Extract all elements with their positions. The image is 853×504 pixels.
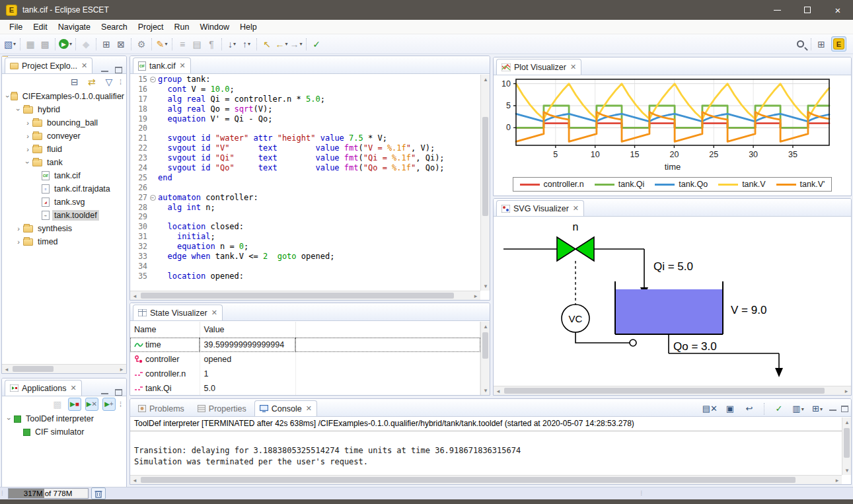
tree-item-bouncing-ball[interactable]: ›bouncing_ball xyxy=(2,116,126,129)
console-output[interactable]: Transition: delaying for 3.1883805325514… xyxy=(130,431,851,470)
scroll-up-icon[interactable]: ▴ xyxy=(481,322,490,331)
open-type-button[interactable]: ▤ xyxy=(190,37,204,52)
terminate-application-button[interactable]: ▶■ xyxy=(68,398,81,411)
code-editor[interactable]: 15−group tank:16 cont V = 10.0;17 alg re… xyxy=(130,75,480,291)
svg-hscrollbar[interactable]: ◂ ▸ xyxy=(494,386,851,395)
fold-marker[interactable]: − xyxy=(147,193,158,203)
wrench-button[interactable]: ⚙ xyxy=(134,37,149,52)
tree-item-timed[interactable]: ›timed xyxy=(2,235,126,248)
collapse-all-button[interactable]: ⊟ xyxy=(68,75,81,89)
tab-console[interactable]: Console✕ xyxy=(254,400,317,416)
tree-item-fluid[interactable]: ›fluid xyxy=(2,143,126,156)
menu-run[interactable]: Run xyxy=(169,21,195,33)
view-menu-button[interactable]: ⁞ xyxy=(120,400,122,408)
close-tab-icon[interactable]: ✕ xyxy=(573,204,579,213)
close-tab-icon[interactable]: ✕ xyxy=(70,384,76,392)
escet-perspective-button[interactable]: E xyxy=(831,36,846,52)
scroll-left-icon[interactable]: ◂ xyxy=(494,386,503,396)
pin-editor-button[interactable]: ✓ xyxy=(309,37,324,52)
collapse-arrow-icon[interactable]: › xyxy=(5,414,13,423)
search-button[interactable] xyxy=(794,37,808,52)
last-edit-location-button[interactable]: ↖ xyxy=(260,37,274,52)
open-console-button[interactable]: ⊞▾ xyxy=(810,402,825,416)
state-row-controller-n[interactable]: controller.n1 xyxy=(130,367,480,381)
scroll-up-icon[interactable]: ▴ xyxy=(842,417,852,427)
scroll-down-icon[interactable]: ▾ xyxy=(481,281,490,291)
build-button[interactable]: ≡ xyxy=(175,37,190,52)
close-tab-icon[interactable]: ✕ xyxy=(306,404,312,413)
tree-item-hybrid[interactable]: ›hybrid xyxy=(2,103,126,116)
tree-item-tank[interactable]: ›tank xyxy=(2,156,126,169)
tab-editor-tankcif[interactable]: CIF tank.cif ✕ xyxy=(133,57,191,73)
save-button[interactable]: ▦ xyxy=(23,37,38,52)
dropdown-arrow-icon[interactable]: ▾ xyxy=(233,41,236,47)
state-row-controller[interactable]: controlleropened xyxy=(130,352,480,367)
tree-item-tank-svg[interactable]: ◢tank.svg xyxy=(2,196,126,209)
expand-arrow-icon[interactable]: › xyxy=(23,132,32,140)
add-element-button[interactable]: ⊞ xyxy=(99,37,114,52)
editor-hscrollbar[interactable]: ◂ ▸ xyxy=(130,291,480,300)
editor-vscrollbar[interactable]: ▴ ▾ xyxy=(480,75,490,291)
tree-item-synthesis[interactable]: ›synthesis xyxy=(2,222,126,235)
display-console-button[interactable]: ▥▾ xyxy=(791,402,805,416)
tree-item-tank-cif[interactable]: CIFtank.cif xyxy=(2,169,126,182)
tab-applications[interactable]: Applications ✕ xyxy=(5,380,82,396)
menu-edit[interactable]: Edit xyxy=(28,21,53,33)
tree-item-tank-tooldef[interactable]: ⌁tank.tooldef xyxy=(2,209,126,222)
fold-collapse-icon[interactable]: − xyxy=(150,195,156,201)
menu-window[interactable]: Window xyxy=(195,21,235,33)
menu-search[interactable]: Search xyxy=(96,21,133,33)
dropdown-arrow-icon[interactable]: ▾ xyxy=(248,41,250,47)
dropdown-arrow-icon[interactable]: ▾ xyxy=(300,41,303,47)
dropdown-arrow-icon[interactable]: ▾ xyxy=(165,41,167,47)
word-wrap-button[interactable]: ↩ xyxy=(742,402,757,416)
remove-element-button[interactable]: ⊠ xyxy=(114,37,128,52)
menu-project[interactable]: Project xyxy=(133,21,169,33)
tab-project-explorer[interactable]: Project Explo... ✕ xyxy=(5,57,93,73)
tree-item-cif-simulator[interactable]: CIF simulator xyxy=(2,425,126,439)
project-explorer-hscrollbar[interactable]: ◂ ▸ xyxy=(2,364,126,373)
dropdown-arrow-icon[interactable]: ▾ xyxy=(285,41,288,47)
console-hscrollbar[interactable]: ◂ ▸ xyxy=(130,475,842,484)
external-tools-button[interactable]: ◆ xyxy=(79,37,93,52)
add-application-button[interactable]: ▶+ xyxy=(102,398,116,411)
tree-item-conveyer[interactable]: ›conveyer xyxy=(2,129,126,143)
scroll-down-icon[interactable]: ▾ xyxy=(842,466,852,475)
fold-collapse-icon[interactable]: − xyxy=(150,77,156,83)
forward-button[interactable]: →▾ xyxy=(289,37,303,52)
tab-plot-visualizer[interactable]: Plot Visualizer ✕ xyxy=(496,59,581,75)
tab-properties[interactable]: Properties xyxy=(192,400,252,416)
column-header-value[interactable]: Value xyxy=(200,322,295,338)
close-button[interactable]: × xyxy=(823,0,853,20)
tree-item-cifexamples-0-1-0-qualifier[interactable]: ›CIFExamples-0.1.0.qualifier xyxy=(2,90,126,103)
maximize-view-button[interactable] xyxy=(115,67,122,73)
tab-state-visualizer[interactable]: State Visualizer ✕ xyxy=(133,305,223,320)
filter-button[interactable]: ▽ xyxy=(102,75,116,89)
console-vscrollbar[interactable]: ▴ ▾ xyxy=(842,417,851,475)
collapse-arrow-icon[interactable]: › xyxy=(15,105,22,114)
scroll-right-icon[interactable]: ▸ xyxy=(471,291,480,301)
maximize-button[interactable] xyxy=(792,0,823,20)
minimize-view-button[interactable] xyxy=(101,393,108,396)
auto-terminate-button[interactable]: ▩ xyxy=(51,398,64,411)
tab-svg-visualizer[interactable]: SVG Visualizer ✕ xyxy=(496,200,584,216)
scroll-right-icon[interactable]: ▸ xyxy=(833,476,842,485)
save-all-button[interactable]: ▩ xyxy=(38,37,52,52)
new-wizard-button[interactable]: ▧▾ xyxy=(3,37,17,52)
maximize-view-button[interactable] xyxy=(115,389,122,396)
menu-help[interactable]: Help xyxy=(235,21,262,33)
scroll-up-icon[interactable]: ▴ xyxy=(481,75,490,84)
run-button[interactable]: ▶▾ xyxy=(58,37,73,52)
tree-item-tooldef-interpreter[interactable]: ›ToolDef interpreter xyxy=(2,412,126,425)
expand-arrow-icon[interactable]: › xyxy=(23,119,32,127)
expand-arrow-icon[interactable]: › xyxy=(23,145,32,153)
expand-arrow-icon[interactable]: › xyxy=(14,238,23,246)
maximize-view-button[interactable] xyxy=(841,406,848,412)
scroll-right-icon[interactable]: ▸ xyxy=(117,365,126,374)
link-with-editor-button[interactable]: ⇄ xyxy=(85,75,98,89)
minimize-view-button[interactable] xyxy=(101,71,108,73)
view-menu-button[interactable]: ⁞ xyxy=(120,78,122,86)
show-whitespace-button[interactable]: ¶ xyxy=(204,37,219,52)
tree-item-tank-cif-trajdata[interactable]: ≡tank.cif.trajdata xyxy=(2,182,126,196)
scroll-left-icon[interactable]: ◂ xyxy=(2,365,11,374)
